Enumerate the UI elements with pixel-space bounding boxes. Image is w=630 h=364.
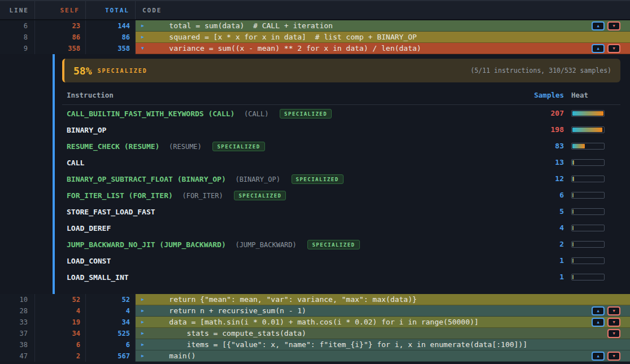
self-samples: 34	[35, 328, 86, 339]
code-cell[interactable]: ▶ stats = compute_stats(data) ▼	[136, 328, 630, 339]
nav-down-button[interactable]: ▼	[607, 44, 620, 53]
instruction-alias: (RESUME)	[169, 143, 202, 151]
code-line-row[interactable]: 38 6 6 ▶ items = [{"value": x, "name": f…	[0, 339, 630, 350]
expand-arrow-icon[interactable]: ▶	[141, 294, 149, 305]
instruction-name: BINARY_OP_SUBTRACT_FLOAT (BINARY_OP)	[67, 175, 226, 183]
code-line-row[interactable]: 47 2 567 ▶ main() ▲ ▼	[0, 350, 630, 362]
nav-down-button[interactable]: ▼	[607, 21, 620, 30]
expand-arrow-icon[interactable]: ▶	[141, 339, 149, 350]
code-cell[interactable]: ▶ squared = [x * x for x in data] # list…	[136, 32, 630, 43]
nav-down-button[interactable]: ▼	[607, 329, 620, 338]
column-header-heat: Heat	[564, 91, 620, 99]
instruction-name: CALL_BUILTIN_FAST_WITH_KEYWORDS (CALL)	[67, 109, 234, 118]
specialization-stats: (5/11 instructions, 310/532 samples)	[471, 67, 611, 74]
heat-cell	[564, 225, 620, 231]
code-text: return n + recursive_sum(n - 1)	[149, 305, 306, 317]
specialized-badge: SPECIALIZED	[307, 240, 359, 249]
instruction-alias: (JUMP_BACKWARD)	[235, 241, 296, 249]
nav-up-button[interactable]: ▲	[592, 352, 605, 361]
total-samples: 525	[86, 328, 136, 339]
nav-down-button[interactable]: ▼	[607, 318, 620, 327]
expand-arrow-icon[interactable]: ▶	[141, 32, 149, 43]
instruction-row: BINARY_OP 198	[62, 121, 620, 138]
specialized-badge: SPECIALIZED	[292, 174, 344, 184]
code-line-row[interactable]: 37 34 525 ▶ stats = compute_stats(data) …	[0, 328, 630, 339]
code-line-row[interactable]: 8 86 86 ▶ squared = [x * x for x in data…	[0, 32, 630, 43]
code-line-row[interactable]: 33 19 34 ▶ data = [math.sin(i * 0.01) + …	[0, 317, 630, 328]
code-cell[interactable]: ▶ main() ▲ ▼	[136, 350, 630, 362]
row-nav-buttons: ▲ ▼	[592, 352, 620, 361]
code-cell[interactable]: ▶ data = [math.sin(i * 0.01) + math.cos(…	[136, 317, 630, 328]
triangle-up-icon: ▲	[597, 309, 599, 313]
code-line-row[interactable]: 10 52 52 ▶ return {"mean": mean, "var": …	[0, 294, 630, 305]
total-samples: 4	[86, 305, 136, 317]
instruction-row: LOAD_DEREF 4	[62, 220, 620, 236]
samples-value: 83	[513, 142, 564, 150]
expansion-indent-guide	[53, 54, 55, 294]
nav-up-button[interactable]: ▲	[592, 21, 605, 30]
instruction-cell: LOAD_SMALL_INT	[67, 271, 513, 282]
code-line-row[interactable]: 9 358 358 ▼ variance = sum((x - mean) **…	[0, 43, 630, 54]
instruction-row: CALL_BUILTIN_FAST_WITH_KEYWORDS (CALL) (…	[62, 105, 620, 121]
column-header-samples: Samples	[513, 91, 564, 99]
instruction-row: LOAD_CONST 1	[62, 252, 620, 269]
instruction-name: LOAD_SMALL_INT	[67, 273, 129, 282]
row-nav-buttons: ▲ ▼	[592, 306, 620, 315]
nav-up-button[interactable]: ▲	[592, 306, 605, 315]
triangle-down-icon: ▼	[612, 321, 615, 324]
heat-bar-fill	[572, 242, 573, 247]
nav-down-button[interactable]: ▼	[607, 306, 620, 315]
self-samples: 19	[35, 317, 86, 328]
instruction-alias: (CALL)	[244, 110, 268, 118]
instruction-cell: RESUME_CHECK (RESUME) (RESUME) SPECIALIZ…	[67, 141, 513, 151]
code-cell[interactable]: ▶ return n + recursive_sum(n - 1) ▲ ▼	[136, 305, 630, 317]
heat-bar-track	[571, 159, 605, 166]
code-text: return {"mean": mean, "var": variance, "…	[149, 294, 417, 305]
samples-value: 12	[513, 174, 564, 183]
column-header-code: CODE	[136, 1, 630, 19]
code-line-row[interactable]: 28 4 4 ▶ return n + recursive_sum(n - 1)…	[0, 305, 630, 317]
expand-arrow-icon[interactable]: ▶	[141, 20, 149, 32]
specialization-summary: 58% SPECIALIZED (5/11 instructions, 310/…	[62, 59, 620, 82]
expand-arrow-icon[interactable]: ▼	[141, 43, 149, 54]
code-line-row[interactable]: 6 23 144 ▶ total = sum(data) # CALL + it…	[0, 20, 630, 32]
expand-arrow-icon[interactable]: ▶	[141, 350, 149, 362]
instruction-row: FOR_ITER_LIST (FOR_ITER) (FOR_ITER) SPEC…	[62, 187, 620, 203]
code-cell[interactable]: ▶ total = sum(data) # CALL + iteration ▲…	[136, 20, 630, 32]
heat-bar-fill	[572, 177, 574, 181]
heat-bar-track	[571, 110, 605, 117]
instruction-cell: JUMP_BACKWARD_NO_JIT (JUMP_BACKWARD) (JU…	[67, 239, 513, 249]
instruction-table-body: CALL_BUILTIN_FAST_WITH_KEYWORDS (CALL) (…	[62, 105, 620, 285]
triangle-up-icon: ▲	[597, 321, 599, 324]
instruction-row: CALL 13	[62, 154, 620, 170]
expand-arrow-icon[interactable]: ▶	[141, 317, 149, 328]
line-number: 9	[0, 43, 35, 54]
heat-cell	[564, 143, 620, 150]
nav-down-button[interactable]: ▼	[607, 352, 620, 361]
nav-up-button[interactable]: ▲	[592, 44, 605, 53]
samples-value: 1	[513, 256, 564, 265]
triangle-down-icon: ▼	[612, 332, 615, 336]
code-text: items = [{"value": x, "name": f"item_{i}…	[149, 339, 527, 350]
line-number: 47	[0, 350, 35, 362]
instruction-cell: LOAD_DEREF	[67, 222, 513, 233]
heat-cell	[564, 176, 620, 182]
triangle-down-icon: ▼	[612, 309, 615, 313]
triangle-up-icon: ▲	[597, 354, 599, 358]
column-header-self: SELF	[35, 1, 86, 19]
code-cell[interactable]: ▶ return {"mean": mean, "var": variance,…	[136, 294, 630, 305]
self-samples: 86	[35, 32, 86, 43]
heat-bar-track	[571, 274, 605, 280]
nav-up-button[interactable]: ▲	[592, 318, 605, 327]
code-cell[interactable]: ▶ items = [{"value": x, "name": f"item_{…	[136, 339, 630, 350]
code-cell[interactable]: ▼ variance = sum((x - mean) ** 2 for x i…	[136, 43, 630, 54]
heat-bar-track	[571, 143, 605, 150]
heat-cell	[564, 208, 620, 215]
samples-value: 1	[513, 273, 564, 281]
heat-bar-fill	[572, 144, 585, 148]
expand-arrow-icon[interactable]: ▶	[141, 305, 149, 317]
code-text: squared = [x * x for x in data] # list c…	[149, 32, 417, 43]
profile-table-header: LINE SELF TOTAL CODE	[0, 0, 630, 20]
expand-arrow-icon[interactable]: ▶	[141, 328, 149, 339]
instruction-cell: LOAD_CONST	[67, 255, 513, 266]
